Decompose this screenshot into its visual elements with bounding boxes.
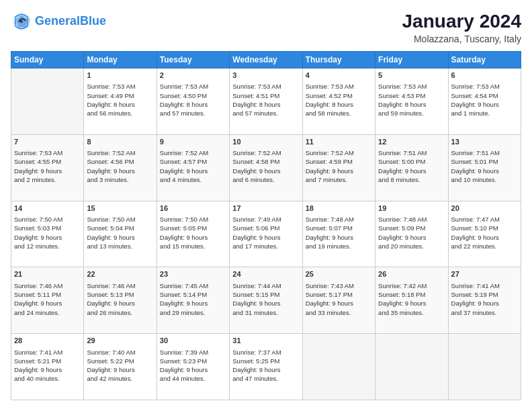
cell-content-line: Sunrise: 7:41 AM	[14, 348, 81, 357]
cell-content-line: Sunrise: 7:52 AM	[232, 148, 299, 157]
calendar-cell: 16Sunrise: 7:50 AMSunset: 5:05 PMDayligh…	[157, 201, 229, 267]
calendar-cell: 15Sunrise: 7:50 AMSunset: 5:04 PMDayligh…	[84, 201, 157, 267]
cell-content-line: Sunset: 5:14 PM	[160, 290, 226, 299]
cell-content-line: and 10 minutes.	[451, 175, 518, 184]
cell-content-line: Sunrise: 7:50 AM	[87, 215, 153, 224]
cell-content-line: Sunrise: 7:52 AM	[306, 148, 372, 157]
day-number: 2	[160, 71, 226, 81]
day-number: 27	[451, 269, 518, 279]
calendar-cell: 20Sunrise: 7:47 AMSunset: 5:10 PMDayligh…	[448, 201, 521, 267]
cell-content-line: Sunrise: 7:45 AM	[160, 281, 226, 290]
cell-content-line: Daylight: 9 hours	[451, 299, 518, 308]
cell-content-line: Sunrise: 7:50 AM	[14, 215, 81, 224]
cell-content-line: Sunrise: 7:53 AM	[14, 148, 81, 157]
cell-content-line: and 29 minutes.	[160, 308, 226, 317]
calendar-week-row: 1Sunrise: 7:53 AMSunset: 4:49 PMDaylight…	[11, 68, 521, 135]
weekday-header: Monday	[84, 52, 157, 68]
cell-content-line: Daylight: 9 hours	[232, 299, 299, 308]
day-number: 31	[232, 336, 299, 346]
cell-content-line: Daylight: 9 hours	[87, 299, 153, 308]
calendar-cell: 7Sunrise: 7:53 AMSunset: 4:55 PMDaylight…	[11, 134, 84, 201]
cell-content-line: Daylight: 8 hours	[232, 100, 299, 109]
day-number: 15	[87, 203, 153, 214]
calendar-cell: 30Sunrise: 7:39 AMSunset: 5:23 PMDayligh…	[157, 334, 229, 400]
calendar-cell: 27Sunrise: 7:41 AMSunset: 5:19 PMDayligh…	[448, 267, 521, 334]
cell-content-line: Daylight: 8 hours	[378, 100, 445, 109]
cell-content-line: Daylight: 8 hours	[306, 100, 372, 109]
calendar-cell: 19Sunrise: 7:48 AMSunset: 5:09 PMDayligh…	[375, 201, 448, 267]
cell-content-line: Daylight: 9 hours	[160, 365, 226, 374]
day-number: 18	[306, 203, 372, 214]
day-number: 19	[378, 203, 445, 214]
cell-content-line: Sunrise: 7:53 AM	[87, 82, 153, 91]
cell-content-line: and 40 minutes.	[14, 374, 81, 383]
cell-content-line: Sunset: 5:06 PM	[232, 224, 299, 232]
logo: GeneralBlue	[11, 11, 106, 32]
cell-content-line: Sunrise: 7:46 AM	[87, 281, 153, 290]
day-number: 8	[87, 137, 153, 147]
cell-content-line: Sunset: 5:17 PM	[306, 290, 372, 299]
day-number: 24	[232, 269, 299, 279]
day-number: 23	[160, 269, 226, 279]
cell-content-line: Sunset: 5:21 PM	[14, 357, 81, 365]
cell-content-line: and 15 minutes.	[160, 242, 226, 250]
calendar-week-row: 14Sunrise: 7:50 AMSunset: 5:03 PMDayligh…	[11, 201, 521, 267]
cell-content-line: and 35 minutes.	[378, 308, 445, 317]
cell-content-line: Sunset: 4:50 PM	[160, 91, 226, 100]
cell-content-line: Sunrise: 7:50 AM	[160, 215, 226, 224]
cell-content-line: Sunrise: 7:37 AM	[232, 348, 299, 357]
cell-content-line: and 19 minutes.	[306, 242, 372, 250]
cell-content-line: and 3 minutes.	[87, 175, 153, 184]
cell-content-line: Daylight: 9 hours	[87, 233, 153, 242]
cell-content-line: and 59 minutes.	[378, 109, 445, 118]
location: Molazzana, Tuscany, Italy	[402, 34, 521, 44]
cell-content-line: and 8 minutes.	[378, 175, 445, 184]
calendar-cell: 4Sunrise: 7:53 AMSunset: 4:52 PMDaylight…	[302, 68, 375, 135]
calendar-cell: 25Sunrise: 7:43 AMSunset: 5:17 PMDayligh…	[302, 267, 375, 334]
cell-content-line: and 24 minutes.	[14, 308, 81, 317]
cell-content-line: Sunset: 5:13 PM	[87, 290, 153, 299]
cell-content-line: Sunrise: 7:53 AM	[378, 82, 445, 91]
cell-content-line: and 1 minute.	[451, 109, 518, 118]
calendar-cell: 11Sunrise: 7:52 AMSunset: 4:59 PMDayligh…	[302, 134, 375, 201]
cell-content-line: Sunset: 4:55 PM	[14, 157, 81, 166]
cell-content-line: Sunrise: 7:51 AM	[451, 148, 518, 157]
cell-content-line: Sunrise: 7:42 AM	[378, 281, 445, 290]
calendar-cell: 18Sunrise: 7:48 AMSunset: 5:07 PMDayligh…	[302, 201, 375, 267]
cell-content-line: Sunset: 5:07 PM	[306, 224, 372, 232]
calendar-week-row: 28Sunrise: 7:41 AMSunset: 5:21 PMDayligh…	[11, 334, 521, 400]
cell-content-line: Sunrise: 7:40 AM	[87, 348, 153, 357]
calendar-cell	[375, 334, 448, 400]
cell-content-line: and 13 minutes.	[87, 242, 153, 250]
calendar-cell	[11, 68, 84, 135]
cell-content-line: Daylight: 8 hours	[87, 100, 153, 109]
day-number: 13	[451, 137, 518, 147]
cell-content-line: Sunrise: 7:53 AM	[306, 82, 372, 91]
day-number: 14	[14, 203, 81, 214]
cell-content-line: Daylight: 9 hours	[451, 100, 518, 109]
calendar-table: SundayMondayTuesdayWednesdayThursdayFrid…	[11, 51, 521, 400]
cell-content-line: Daylight: 8 hours	[160, 100, 226, 109]
cell-content-line: and 31 minutes.	[232, 308, 299, 317]
cell-content-line: Daylight: 9 hours	[378, 233, 445, 242]
cell-content-line: Sunset: 5:04 PM	[87, 224, 153, 232]
cell-content-line: Sunset: 4:56 PM	[87, 157, 153, 166]
cell-content-line: Daylight: 9 hours	[14, 167, 81, 175]
calendar-cell: 21Sunrise: 7:46 AMSunset: 5:11 PMDayligh…	[11, 267, 84, 334]
day-number: 25	[306, 269, 372, 279]
day-number: 30	[160, 336, 226, 346]
cell-content-line: Sunset: 4:59 PM	[306, 157, 372, 166]
cell-content-line: and 26 minutes.	[87, 308, 153, 317]
calendar-cell: 3Sunrise: 7:53 AMSunset: 4:51 PMDaylight…	[230, 68, 302, 135]
cell-content-line: and 17 minutes.	[232, 242, 299, 250]
day-number: 28	[14, 336, 81, 346]
cell-content-line: and 57 minutes.	[160, 109, 226, 118]
cell-content-line: and 7 minutes.	[306, 175, 372, 184]
day-number: 20	[451, 203, 518, 214]
calendar-cell: 22Sunrise: 7:46 AMSunset: 5:13 PMDayligh…	[84, 267, 157, 334]
cell-content-line: Sunset: 5:05 PM	[160, 224, 226, 232]
calendar-cell: 26Sunrise: 7:42 AMSunset: 5:18 PMDayligh…	[375, 267, 448, 334]
cell-content-line: and 47 minutes.	[232, 374, 299, 383]
cell-content-line: and 44 minutes.	[160, 374, 226, 383]
calendar-cell: 2Sunrise: 7:53 AMSunset: 4:50 PMDaylight…	[157, 68, 229, 135]
